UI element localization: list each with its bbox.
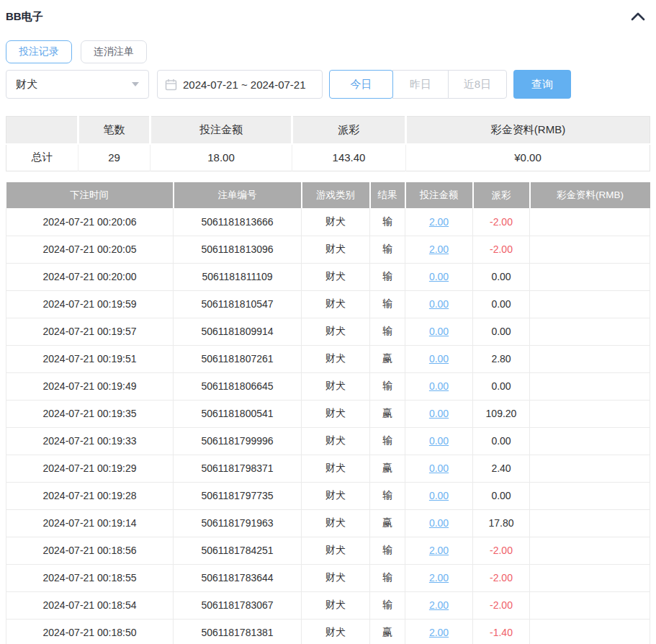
cell-game: 财犬: [302, 400, 370, 427]
bet-amount-link[interactable]: 0.00: [429, 298, 449, 310]
table-row: 2024-07-21 00:19:335061181799996财犬输0.000…: [6, 427, 650, 455]
yesterday-button[interactable]: 昨日: [392, 70, 449, 99]
cell-bonus: [530, 236, 650, 263]
cell-game: 财犬: [302, 591, 370, 619]
cell-bonus: [530, 564, 650, 591]
bet-amount-link[interactable]: 0.00: [429, 380, 449, 392]
bet-amount-link[interactable]: 0.00: [429, 408, 449, 419]
cell-time: 2024-07-21 00:19:57: [6, 318, 174, 345]
cell-game: 财犬: [302, 482, 370, 509]
cell-bonus: [530, 345, 650, 372]
bet-amount-link[interactable]: 0.00: [429, 435, 449, 447]
calendar-icon: [165, 79, 177, 91]
today-button[interactable]: 今日: [329, 70, 393, 99]
cell-time: 2024-07-21 00:19:49: [6, 372, 174, 400]
cell-game: 财犬: [302, 318, 370, 345]
cell-time: 2024-07-21 00:18:50: [6, 619, 174, 644]
cell-game: 财犬: [302, 236, 370, 263]
collapse-button[interactable]: [630, 9, 646, 24]
cell-payout: 0.00: [473, 263, 530, 290]
summary-total-label: 总计: [6, 144, 78, 171]
bet-amount-link[interactable]: 2.00: [429, 572, 449, 583]
bet-record-panel: BB电子 投注记录 连消注单 财犬 2024-07-21 ~ 2024-07-2…: [0, 0, 656, 644]
cell-order-no: 5061181811109: [174, 263, 302, 290]
cell-result: 赢: [370, 400, 405, 427]
bet-amount-link[interactable]: 0.00: [429, 462, 449, 474]
cell-bet: 0.00: [405, 290, 473, 318]
cell-bonus: [530, 537, 650, 564]
bet-amount-link[interactable]: 2.00: [429, 243, 449, 255]
cell-order-no: 5061181799996: [174, 427, 302, 455]
cell-result: 输: [370, 290, 405, 318]
summary-header-bet-amount: 投注金额: [150, 117, 292, 144]
cell-time: 2024-07-21 00:20:05: [6, 236, 174, 263]
date-range-value: 2024-07-21 ~ 2024-07-21: [183, 79, 306, 91]
cell-game: 财犬: [302, 263, 370, 290]
cell-order-no: 5061181783644: [174, 564, 302, 591]
cell-bet: 0.00: [405, 318, 473, 345]
cell-bonus: [530, 318, 650, 345]
cell-game: 财犬: [302, 455, 370, 482]
cell-order-no: 5061181809914: [174, 318, 302, 345]
search-button[interactable]: 查询: [513, 70, 571, 99]
cell-result: 输: [370, 591, 405, 619]
cell-game: 财犬: [302, 345, 370, 372]
bet-table-header-row: 下注时间 注单编号 游戏类别 结果 投注金额 派彩 彩金资料(RMB): [6, 182, 650, 208]
summary-header-payout: 派彩: [292, 117, 406, 144]
cell-order-no: 5061181813666: [174, 208, 302, 236]
cell-bet: 0.00: [405, 400, 473, 427]
cell-time: 2024-07-21 00:19:29: [6, 455, 174, 482]
bet-amount-link[interactable]: 0.00: [429, 490, 449, 501]
bet-amount-link[interactable]: 0.00: [429, 326, 449, 337]
col-bonus: 彩金资料(RMB): [530, 182, 650, 208]
cell-game: 财犬: [302, 509, 370, 537]
summary-table: 笔数 投注金额 派彩 彩金资料(RMB) 总计 29 18.00 143.40 …: [6, 116, 650, 171]
tab-cancelled-orders[interactable]: 连消注单: [81, 40, 147, 63]
cell-bet: 0.00: [405, 509, 473, 537]
cell-bonus: [530, 591, 650, 619]
game-select[interactable]: 财犬: [6, 70, 149, 99]
table-row: 2024-07-21 00:19:145061181791963财犬赢0.001…: [6, 509, 650, 537]
summary-header-bonus: 彩金资料(RMB): [406, 117, 650, 144]
cell-payout: 2.80: [473, 345, 530, 372]
table-row: 2024-07-21 00:19:355061181800541财犬赢0.001…: [6, 400, 650, 427]
cell-result: 输: [370, 263, 405, 290]
bet-amount-link[interactable]: 2.00: [429, 216, 449, 228]
cell-payout: -2.00: [473, 236, 530, 263]
bet-amount-link[interactable]: 0.00: [429, 517, 449, 529]
cell-payout: 2.40: [473, 455, 530, 482]
table-row: 2024-07-21 00:18:565061181784251财犬输2.00-…: [6, 537, 650, 564]
cell-time: 2024-07-21 00:18:54: [6, 591, 174, 619]
bet-amount-link[interactable]: 0.00: [429, 271, 449, 282]
bet-amount-link[interactable]: 2.00: [429, 627, 449, 638]
cell-order-no: 5061181784251: [174, 537, 302, 564]
cell-time: 2024-07-21 00:18:56: [6, 537, 174, 564]
bet-records-table: 下注时间 注单编号 游戏类别 结果 投注金额 派彩 彩金资料(RMB) 2024…: [6, 182, 650, 644]
cell-time: 2024-07-21 00:19:33: [6, 427, 174, 455]
cell-bet: 2.00: [405, 564, 473, 591]
cell-game: 财犬: [302, 208, 370, 236]
tab-bet-records[interactable]: 投注记录: [6, 40, 72, 63]
summary-header-count: 笔数: [78, 117, 150, 144]
bet-amount-link[interactable]: 0.00: [429, 353, 449, 365]
bet-table-body: 2024-07-21 00:20:065061181813666财犬输2.00-…: [6, 208, 650, 644]
cell-order-no: 5061181800541: [174, 400, 302, 427]
cell-game: 财犬: [302, 537, 370, 564]
table-row: 2024-07-21 00:18:505061181781381财犬赢2.00-…: [6, 619, 650, 644]
cell-bet: 0.00: [405, 263, 473, 290]
cell-time: 2024-07-21 00:20:00: [6, 263, 174, 290]
summary-total-count: 29: [78, 144, 150, 171]
last-8-days-button[interactable]: 近8日: [448, 70, 507, 99]
cell-payout: 109.20: [473, 400, 530, 427]
bet-amount-link[interactable]: 2.00: [429, 599, 449, 611]
cell-bonus: [530, 482, 650, 509]
cell-time: 2024-07-21 00:18:55: [6, 564, 174, 591]
cell-bet: 2.00: [405, 236, 473, 263]
cell-bet: 2.00: [405, 591, 473, 619]
date-range-input[interactable]: 2024-07-21 ~ 2024-07-21: [157, 70, 323, 99]
table-row: 2024-07-21 00:19:285061181797735财犬输0.000…: [6, 482, 650, 509]
bet-amount-link[interactable]: 2.00: [429, 545, 449, 556]
cell-result: 输: [370, 318, 405, 345]
cell-result: 输: [370, 564, 405, 591]
cell-result: 赢: [370, 455, 405, 482]
